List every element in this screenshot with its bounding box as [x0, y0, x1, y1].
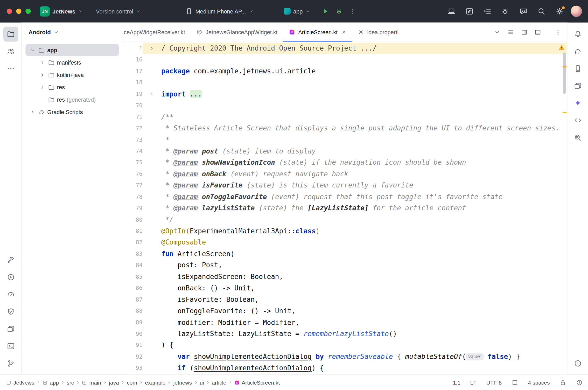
tree-item-app[interactable]: app — [25, 44, 119, 56]
code-line: 89 modifier: Modifier = Modifier, — [123, 317, 567, 328]
tree-item-res[interactable]: res(generated) — [25, 93, 119, 106]
tool-structure[interactable] — [570, 113, 585, 128]
run-button[interactable] — [319, 4, 332, 18]
fold-marker-icon[interactable] — [143, 46, 161, 51]
reader-mode-icon[interactable] — [512, 379, 518, 386]
breadcrumb-item[interactable]: src — [67, 379, 74, 385]
breadcrumb-label: jetnews — [173, 379, 192, 385]
tree-item-res[interactable]: res — [25, 81, 119, 93]
run-config-selector[interactable]: app — [284, 8, 311, 15]
indent-info[interactable]: 4 spaces — [528, 379, 550, 385]
tool-find[interactable] — [570, 130, 585, 145]
ai-edit-button[interactable] — [463, 4, 476, 18]
vcs-menu[interactable]: Version control — [96, 8, 141, 15]
tool-gemini[interactable] — [570, 96, 585, 111]
breadcrumb-item[interactable]: app — [42, 379, 59, 385]
scrollbar-warning-mark[interactable] — [563, 66, 567, 68]
tool-commit[interactable] — [3, 44, 18, 59]
breadcrumb-label: article — [212, 379, 226, 385]
project-view-selector[interactable]: Android — [22, 23, 123, 42]
code-line: 84 post: Post, — [123, 260, 567, 271]
chevron-right-icon[interactable] — [38, 71, 47, 79]
editor-preview-button[interactable] — [532, 26, 544, 38]
play-icon — [322, 8, 329, 15]
tool-build[interactable] — [3, 252, 18, 267]
code-line: 78 * @param onToggleFavorite (event) req… — [123, 191, 567, 203]
gemini-chat-button[interactable] — [517, 4, 530, 18]
line-number: 78 — [123, 191, 142, 203]
tool-build-variants[interactable] — [3, 322, 18, 337]
fold-marker-icon[interactable] — [143, 92, 161, 97]
search-everywhere-button[interactable] — [535, 4, 548, 18]
line-number: 92 — [123, 351, 142, 363]
tree-item-label: res — [57, 84, 65, 90]
code-text: modifier: Modifier = Modifier, — [161, 317, 567, 328]
code-text: var showUnimplementedActionDialog by rem… — [161, 351, 567, 363]
tool-device-manager[interactable] — [570, 61, 585, 76]
close-window-button[interactable] — [7, 9, 12, 14]
breadcrumb-item[interactable]: article — [212, 379, 226, 385]
task-list-button[interactable] — [481, 4, 494, 18]
breadcrumb-item[interactable]: java — [109, 379, 119, 385]
more-actions-button[interactable] — [346, 4, 359, 18]
tab-glance-app-widget-receiver[interactable]: ceAppWidgetReceiver.kt — [123, 23, 191, 42]
tool-profiler[interactable] — [3, 287, 18, 302]
split-editor-button[interactable] — [518, 26, 530, 38]
tool-problems[interactable] — [570, 356, 585, 371]
line-number: 73 — [123, 134, 142, 145]
write-access-icon[interactable] — [559, 379, 566, 386]
user-avatar[interactable] — [571, 6, 582, 17]
scrollbar-highlight-mark[interactable] — [563, 112, 567, 113]
tool-notifications[interactable] — [570, 27, 585, 42]
breadcrumbs: JetNewsappsrcmainjavacomexamplejetnewsui… — [6, 379, 280, 385]
chevron-right-icon[interactable] — [38, 83, 47, 91]
problems-icon[interactable] — [576, 379, 583, 386]
tree-item-gradle-scripts[interactable]: Gradle Scripts — [25, 106, 119, 118]
debug-button[interactable] — [332, 4, 346, 18]
code-editor[interactable]: 1/ Copyright 2020 The Android Open Sourc… — [123, 42, 567, 374]
breadcrumb-item[interactable]: main — [82, 379, 101, 385]
breadcrumb-item[interactable]: ui — [200, 379, 204, 385]
editor-list-button[interactable] — [505, 26, 517, 38]
hidden-tabs-button[interactable] — [491, 26, 503, 38]
insights-button[interactable] — [499, 4, 512, 18]
device-selector[interactable]: Medium Phone AP... — [185, 8, 254, 15]
main-area: Android appmanifestskotlin+javaresres(ge… — [0, 23, 588, 374]
project-menu[interactable]: JN JetNews — [40, 6, 83, 16]
tool-more-windows[interactable] — [3, 61, 18, 76]
tab-jetnews-glance-app-widget[interactable]: CJetnewsGlanceAppWidget.kt — [191, 23, 283, 42]
tab-idea-properties[interactable]: idea.properti — [352, 23, 404, 42]
tool-app-quality-insights[interactable] — [3, 304, 18, 319]
tree-item-manifests[interactable]: manifests — [25, 56, 119, 69]
elephant-icon — [38, 109, 45, 115]
chevron-right-icon[interactable] — [38, 58, 47, 67]
breadcrumb-item[interactable]: com — [127, 379, 137, 385]
tab-article-screen[interactable]: KArticleScreen.kt — [283, 23, 352, 42]
tool-run[interactable] — [3, 270, 18, 285]
chevron-right-icon[interactable] — [29, 108, 37, 116]
breadcrumb-item[interactable]: example — [145, 379, 165, 385]
close-icon[interactable] — [341, 30, 347, 35]
inspections-warning-icon[interactable] — [558, 44, 565, 51]
project-badge: JN — [40, 6, 50, 16]
caret-position[interactable]: 1:1 — [453, 379, 460, 385]
editor-scrollbar-thumb[interactable] — [563, 52, 566, 94]
line-separator[interactable]: LF — [470, 379, 477, 385]
breadcrumb-item[interactable]: KArticleScreen.kt — [234, 379, 280, 385]
tool-version-control[interactable] — [3, 356, 18, 371]
tool-gradle[interactable] — [570, 44, 585, 59]
tool-running-devices[interactable] — [570, 78, 585, 93]
settings-button[interactable] — [553, 4, 566, 18]
tree-item-kotlin-java[interactable]: kotlin+java — [25, 69, 119, 81]
zoom-window-button[interactable] — [25, 9, 31, 14]
chevron-down-icon[interactable] — [29, 46, 37, 54]
tool-project[interactable] — [3, 27, 18, 42]
editor-more-button[interactable] — [552, 26, 564, 38]
device-mirror-button[interactable] — [445, 4, 458, 18]
line-number: 16 — [123, 54, 142, 66]
breadcrumb-item[interactable]: JetNews — [6, 379, 34, 385]
breadcrumb-item[interactable]: jetnews — [173, 379, 192, 385]
tool-terminal[interactable] — [3, 339, 18, 354]
file-encoding[interactable]: UTF-8 — [486, 379, 502, 385]
minimize-window-button[interactable] — [16, 9, 21, 14]
